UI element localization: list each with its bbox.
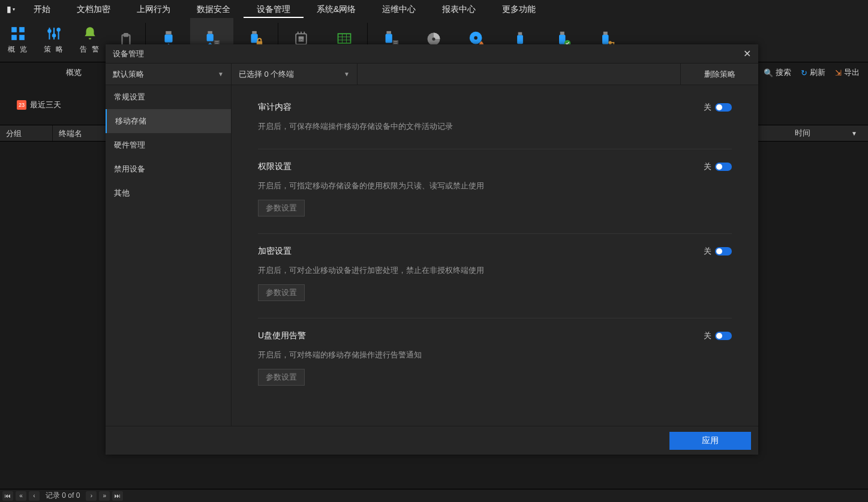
export-icon: ⇲ [835,68,842,77]
svg-rect-20 [252,31,257,34]
encrypt-param-button[interactable]: 参数设置 [258,284,305,301]
delete-policy-button[interactable]: 删除策略 [680,64,758,85]
chevron-down-icon: ▼ [344,71,350,77]
sidebar-item-mobile-storage[interactable]: 移动存储 [106,109,231,133]
section-audit-desc: 开启后，可保存终端操作移动存储设备中的文件活动记录 [258,121,732,132]
svg-point-8 [53,34,55,37]
device-manage-modal: 设备管理 ✕ 默认策略 ▼ 已选择 0 个终端 ▼ 删除策略 常规设置 移动存储… [106,44,758,455]
policy-dropdown[interactable]: 默认策略 ▼ [106,64,232,85]
tab-system-network[interactable]: 系统&网络 [304,0,369,18]
audit-toggle[interactable] [715,103,732,112]
search-icon: 🔍 [764,68,773,77]
svg-rect-46 [518,32,522,35]
refresh-label: 刷新 [810,67,825,78]
svg-point-45 [474,36,477,40]
top-menu-bar: ▮▾ 开始 文档加密 上网行为 数据安全 设备管理 系统&网络 运维中心 报表中… [0,0,868,18]
record-text: 记录 0 of 0 [46,491,80,501]
grid-icon [10,25,26,42]
sidebar-item-other[interactable]: 其他 [106,181,231,205]
refresh-action[interactable]: ↻刷新 [801,67,825,78]
section-usb-alert-desc: 开启后，可对终端的移动存储操作进行告警通知 [258,350,732,360]
bell-icon [82,25,98,42]
sidebar-item-general[interactable]: 常规设置 [106,85,231,109]
usb-alert-param-button[interactable]: 参数设置 [258,369,305,386]
chevron-down-icon: ▼ [218,71,224,77]
ribbon-overview[interactable]: 概 览 [0,18,36,62]
time-dropdown[interactable]: 时间 ▼ [790,125,862,142]
svg-rect-32 [338,34,351,43]
svg-rect-1 [19,27,25,32]
sidebar-item-disable[interactable]: 禁用设备 [106,157,231,181]
col-group[interactable]: 分组 [0,125,53,141]
toggle-label: 关 [704,161,711,172]
encrypt-toggle[interactable] [715,247,732,255]
svg-rect-15 [207,34,214,41]
svg-rect-52 [602,35,609,44]
nav-next-icon[interactable]: › [86,491,97,501]
svg-rect-37 [386,31,391,34]
ribbon-policy[interactable]: 策 略 [36,18,72,62]
date-filter[interactable]: 23 最近三天 [17,100,61,110]
tab-report-center[interactable]: 报表中心 [429,0,489,18]
permission-param-button[interactable]: 参数设置 [258,200,305,217]
chevron-down-icon: ▼ [851,130,857,137]
app-menu-icon[interactable]: ▮▾ [5,3,17,15]
ribbon-alert-label: 告 警 [80,44,100,55]
modal-title-text: 设备管理 [113,49,144,59]
modal-titlebar: 设备管理 ✕ [106,44,758,64]
section-permission-desc: 开启后，可指定移动存储设备的使用权限为只读、读写或禁止使用 [258,181,732,191]
nav-first-icon[interactable]: ⏮ [2,491,13,501]
svg-rect-11 [124,34,128,36]
terminal-dropdown-label: 已选择 0 个终端 [239,69,294,80]
section-audit: 审计内容 关 开启后，可保存终端操作移动存储设备中的文件活动记录 [258,102,732,149]
nav-prev-icon[interactable]: ‹ [29,491,40,501]
svg-rect-3 [19,35,25,40]
modal-footer: 应用 [106,426,758,455]
search-action[interactable]: 🔍搜索 [764,67,791,78]
usb-alert-toggle[interactable] [715,332,732,340]
search-label: 搜索 [776,67,791,78]
date-filter-label: 最近三天 [30,100,61,110]
svg-rect-51 [603,32,608,35]
status-bar: ⏮ « ‹ 记录 0 of 0 › » ⏭ [0,489,868,502]
toggle-label: 关 [704,246,711,257]
sidebar-item-hardware[interactable]: 硬件管理 [106,133,231,157]
section-usb-alert: U盘使用告警 关 开启后，可对终端的移动存储操作进行告警通知 参数设置 [258,330,732,402]
apply-button[interactable]: 应用 [669,432,751,450]
nav-nextpage-icon[interactable]: » [99,491,110,501]
svg-rect-13 [164,35,172,43]
section-permission: 权限设置 关 开启后，可指定移动存储设备的使用权限为只读、读写或禁止使用 参数设… [258,161,732,234]
nav-prevpage-icon[interactable]: « [16,491,26,501]
tab-device-manage[interactable]: 设备管理 [244,0,304,18]
section-encrypt-desc: 开启后，可对企业移动设备进行加密处理，禁止在非授权终端使用 [258,265,732,276]
svg-rect-0 [11,27,17,32]
svg-rect-38 [386,34,392,43]
tab-ops-center[interactable]: 运维中心 [369,0,429,18]
terminal-dropdown[interactable]: 已选择 0 个终端 ▼ [232,64,358,85]
tab-more[interactable]: 更多功能 [489,0,549,18]
calendar-icon: 23 [17,100,26,110]
section-encrypt-title: 加密设置 [258,246,292,257]
tab-online[interactable]: 上网行为 [124,0,184,18]
modal-content: 审计内容 关 开启后，可保存终端操作移动存储设备中的文件活动记录 权限设置 关 [232,85,758,426]
ribbon-policy-label: 策 略 [44,44,64,55]
svg-rect-47 [517,35,523,44]
nav-last-icon[interactable]: ⏭ [112,491,123,501]
tab-doc-encrypt[interactable]: 文档加密 [64,0,124,18]
close-icon[interactable]: ✕ [743,48,751,59]
section-permission-title: 权限设置 [258,161,292,172]
ribbon-alert[interactable]: 告 警 [72,18,108,62]
section-usb-alert-title: U盘使用告警 [258,330,306,341]
tab-start[interactable]: 开始 [20,0,64,18]
export-label: 导出 [844,67,860,78]
permission-toggle[interactable] [715,163,732,171]
svg-rect-48 [560,32,564,35]
svg-point-43 [432,37,435,40]
time-label: 时间 [795,128,810,139]
sliders-icon [46,25,62,42]
export-action[interactable]: ⇲导出 [835,67,860,78]
tab-data-security[interactable]: 数据安全 [184,0,244,18]
svg-rect-14 [208,31,212,34]
svg-point-7 [48,30,50,32]
svg-point-9 [57,28,59,31]
